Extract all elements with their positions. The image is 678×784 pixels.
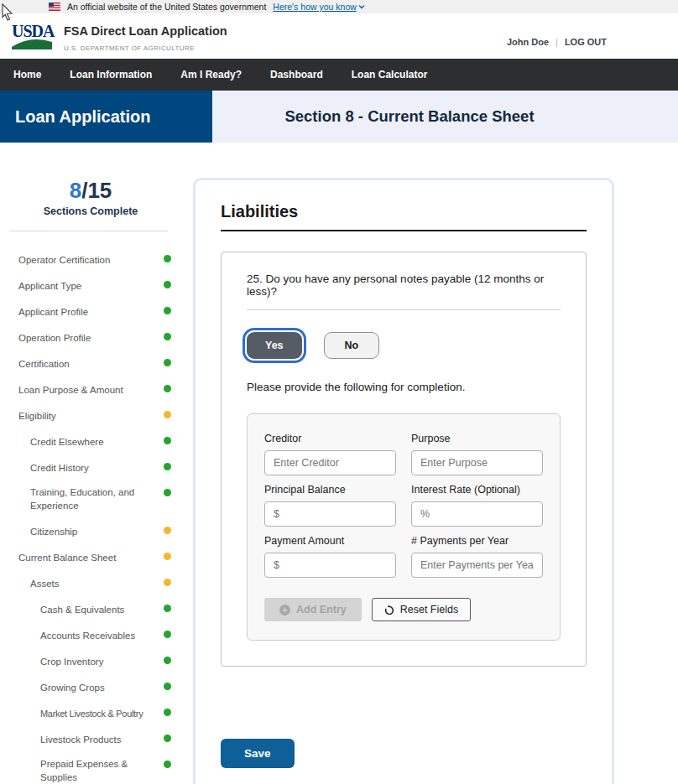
sidebar-item-prepaid-expenses-supplies[interactable]: Prepaid Expenses & Supplies [10,757,188,784]
principal-balance-field-group: Principal Balance [264,475,396,527]
sidebar-item-growing-crops[interactable]: Growing Crops [10,679,188,694]
helper-text: Please provide the following for complet… [247,381,561,393]
entry-actions: + Add Entry Reset Fields [264,598,543,621]
payments-per-year-field-group: # Payments per Year [411,527,543,578]
header-user: John Doe | LOG OUT [507,37,607,47]
app-title: FSA Direct Loan Application [64,24,507,38]
liability-entry-form: Creditor Purpose Principal Balance [247,413,561,641]
creditor-field-group: Creditor [264,424,396,475]
status-dot-in-progress [164,411,171,418]
interest-rate-field-group: Interest Rate (Optional) [411,475,543,527]
sidebar-item-assets[interactable]: Assets [10,575,188,590]
add-entry-button[interactable]: + Add Entry [264,598,362,621]
sidebar-item-certification[interactable]: Certification [10,356,188,371]
purpose-field-group: Purpose [411,424,543,475]
sidebar-item-credit-history[interactable]: Credit History [10,459,188,475]
purpose-input[interactable] [411,450,543,475]
sidebar-item-operator-certification[interactable]: Operator Certification [10,252,188,267]
status-dot-complete [164,735,171,742]
status-dot-complete [164,657,171,664]
sidebar-item-loan-purpose-amount[interactable]: Loan Purpose & Amount [10,382,188,397]
header-titles: FSA Direct Loan Application U.S. DEPARTM… [64,21,507,52]
user-name: John Doe [507,37,549,47]
usda-swoosh-icon [12,39,52,49]
progress-caption: Sections Complete [10,205,171,217]
save-button[interactable]: Save [221,739,295,768]
sidebar-item-applicant-profile[interactable]: Applicant Profile [10,304,188,319]
status-dot-in-progress [164,527,171,534]
purpose-label: Purpose [411,433,543,444]
reset-fields-button[interactable]: Reset Fields [372,598,471,621]
payments-per-year-input[interactable] [411,553,543,578]
nav-item-dashboard[interactable]: Dashboard [270,69,323,80]
nav-item-loan-calculator[interactable]: Loan Calculator [352,69,428,80]
page: An official website of the United States… [0,0,678,784]
dept-label: U.S. DEPARTMENT OF AGRICULTURE [64,44,507,52]
interest-rate-input[interactable] [411,501,543,527]
yes-button[interactable]: Yes [247,332,302,359]
status-dot-complete [164,359,171,366]
status-dot-complete [164,463,171,470]
payment-amount-field-group: Payment Amount [264,527,396,578]
no-button[interactable]: No [324,332,380,359]
sidebar-item-citizenship[interactable]: Citizenship [10,523,188,538]
status-dot-in-progress [164,579,171,586]
sections-total-count: /15 [81,178,112,203]
yes-no-group: Yes No [247,332,561,359]
progress-indicator: 8/15 Sections Complete [10,178,171,217]
sidebar-item-credit-elsewhere[interactable]: Credit Elsewhere [10,434,188,449]
main-nav: Home Loan Information Am I Ready? Dashbo… [0,59,678,91]
reset-icon [384,605,394,615]
sidebar: 8/15 Sections Complete Operator Certific… [10,178,188,784]
gov-banner-link[interactable]: Here's how you know [273,2,364,12]
status-dot-complete [164,307,171,314]
header-divider: | [555,37,558,47]
status-dot-complete [164,489,171,496]
content: 8/15 Sections Complete Operator Certific… [0,143,678,784]
sidebar-item-current-balance-sheet[interactable]: Current Balance Sheet [10,549,188,564]
sidebar-item-crop-inventory[interactable]: Crop Inventory [10,653,188,668]
question-text: 25. Do you have any personal notes payab… [247,273,561,298]
sidebar-item-accounts-receivables[interactable]: Accounts Receivables [10,627,188,642]
status-dot-complete [164,437,171,444]
status-dot-complete [164,709,171,716]
creditor-label: Creditor [264,433,396,444]
chevron-down-icon [358,4,365,9]
logout-link[interactable]: LOG OUT [565,37,607,47]
usda-logo: USDA [12,23,54,49]
status-dot-complete [164,631,171,638]
sidebar-item-eligibility[interactable]: Eligibility [10,408,188,423]
sidebar-item-training-education-experience[interactable]: Training, Education, and Experience [10,485,188,512]
loan-application-banner: Loan Application [0,91,212,143]
section-banner: Section 8 - Current Balance Sheet [212,91,678,143]
page-title: Loan Application [15,107,150,127]
principal-balance-input[interactable] [264,501,396,527]
sidebar-item-applicant-type[interactable]: Applicant Type [10,278,188,293]
gov-banner-text: An official website of the United States… [67,2,266,12]
status-dot-complete [164,761,171,768]
us-flag-icon [49,3,60,11]
question-divider [247,309,561,310]
creditor-input[interactable] [264,450,396,475]
status-dot-complete [164,385,171,392]
gov-banner: An official website of the United States… [0,0,678,13]
payment-amount-input[interactable] [264,553,396,578]
status-dot-complete [164,281,171,288]
sidebar-divider [10,231,168,231]
sections-complete-count: 8 [70,178,81,203]
sidebar-item-livestock-products[interactable]: Livestock Products [10,731,188,746]
payments-per-year-label: # Payments per Year [411,535,543,547]
page-banner: Loan Application Section 8 - Current Bal… [0,91,678,143]
nav-item-am-i-ready[interactable]: Am I Ready? [180,69,242,80]
payment-amount-label: Payment Amount [264,535,396,547]
sidebar-item-cash-equivalents[interactable]: Cash & Equivalents [10,601,188,616]
question-card: 25. Do you have any personal notes payab… [221,252,587,667]
nav-item-loan-information[interactable]: Loan Information [70,69,152,80]
nav-item-home[interactable]: Home [13,69,41,80]
liabilities-heading: Liabilities [221,202,587,231]
status-dot-complete [164,605,171,612]
principal-balance-label: Principal Balance [264,484,396,496]
section-card: Liabilities 25. Do you have any personal… [193,178,614,784]
sidebar-item-operation-profile[interactable]: Operation Profile [10,330,188,345]
sidebar-item-market-livestock-poultry[interactable]: Market Livestock & Poultry [10,705,188,720]
